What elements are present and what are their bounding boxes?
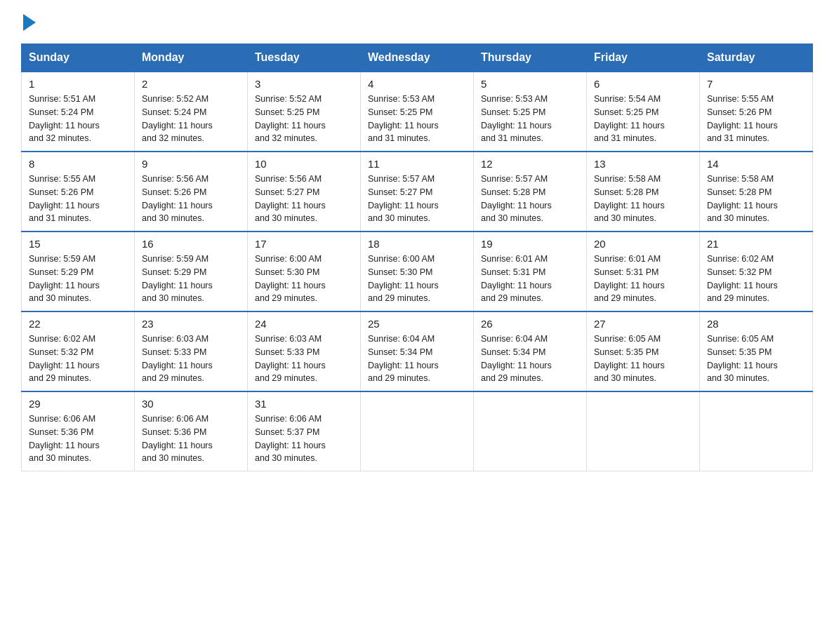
day-number: 16 <box>142 238 240 250</box>
day-number: 14 <box>707 158 805 170</box>
day-number: 26 <box>481 318 579 330</box>
day-number: 31 <box>255 398 353 410</box>
calendar-day-cell: 4 Sunrise: 5:53 AMSunset: 5:25 PMDayligh… <box>361 72 474 152</box>
day-number: 18 <box>368 238 466 250</box>
calendar-body: 1 Sunrise: 5:51 AMSunset: 5:24 PMDayligh… <box>22 72 813 471</box>
logo-triangle-icon <box>23 14 36 31</box>
calendar-day-cell: 30 Sunrise: 6:06 AMSunset: 5:36 PMDaylig… <box>135 391 248 471</box>
day-number: 24 <box>255 318 353 330</box>
day-number: 22 <box>29 318 127 330</box>
day-number: 9 <box>142 158 240 170</box>
calendar-table: SundayMondayTuesdayWednesdayThursdayFrid… <box>21 43 813 471</box>
calendar-day-cell: 17 Sunrise: 6:00 AMSunset: 5:30 PMDaylig… <box>248 232 361 311</box>
calendar-day-cell: 15 Sunrise: 5:59 AMSunset: 5:29 PMDaylig… <box>22 232 135 311</box>
calendar-day-cell: 20 Sunrise: 6:01 AMSunset: 5:31 PMDaylig… <box>587 232 700 311</box>
day-info: Sunrise: 6:04 AMSunset: 5:34 PMDaylight:… <box>368 333 466 385</box>
weekday-header-row: SundayMondayTuesdayWednesdayThursdayFrid… <box>22 44 813 72</box>
day-number: 8 <box>29 158 127 170</box>
calendar-day-cell: 11 Sunrise: 5:57 AMSunset: 5:27 PMDaylig… <box>361 152 474 232</box>
calendar-day-cell: 26 Sunrise: 6:04 AMSunset: 5:34 PMDaylig… <box>474 311 587 391</box>
calendar-day-cell: 16 Sunrise: 5:59 AMSunset: 5:29 PMDaylig… <box>135 232 248 311</box>
weekday-header-wednesday: Wednesday <box>361 44 474 72</box>
day-info: Sunrise: 5:58 AMSunset: 5:28 PMDaylight:… <box>594 173 692 225</box>
day-info: Sunrise: 6:05 AMSunset: 5:35 PMDaylight:… <box>594 333 692 385</box>
day-info: Sunrise: 6:06 AMSunset: 5:37 PMDaylight:… <box>255 412 353 465</box>
day-info: Sunrise: 5:59 AMSunset: 5:29 PMDaylight:… <box>29 253 127 305</box>
day-info: Sunrise: 5:52 AMSunset: 5:24 PMDaylight:… <box>142 93 240 145</box>
calendar-day-cell: 23 Sunrise: 6:03 AMSunset: 5:33 PMDaylig… <box>135 311 248 391</box>
weekday-header-sunday: Sunday <box>22 44 135 72</box>
calendar-day-cell: 12 Sunrise: 5:57 AMSunset: 5:28 PMDaylig… <box>474 152 587 232</box>
day-number: 1 <box>29 78 127 90</box>
day-number: 21 <box>707 238 805 250</box>
calendar-day-cell: 31 Sunrise: 6:06 AMSunset: 5:37 PMDaylig… <box>248 391 361 471</box>
day-number: 27 <box>594 318 692 330</box>
day-info: Sunrise: 5:57 AMSunset: 5:28 PMDaylight:… <box>481 173 579 225</box>
day-number: 5 <box>481 78 579 90</box>
day-info: Sunrise: 6:06 AMSunset: 5:36 PMDaylight:… <box>29 412 127 465</box>
day-info: Sunrise: 5:59 AMSunset: 5:29 PMDaylight:… <box>142 253 240 305</box>
calendar-day-cell: 19 Sunrise: 6:01 AMSunset: 5:31 PMDaylig… <box>474 232 587 311</box>
day-info: Sunrise: 5:52 AMSunset: 5:25 PMDaylight:… <box>255 93 353 145</box>
day-info: Sunrise: 5:53 AMSunset: 5:25 PMDaylight:… <box>368 93 466 145</box>
day-info: Sunrise: 5:54 AMSunset: 5:25 PMDaylight:… <box>594 93 692 145</box>
calendar-day-cell: 28 Sunrise: 6:05 AMSunset: 5:35 PMDaylig… <box>700 311 813 391</box>
day-info: Sunrise: 6:02 AMSunset: 5:32 PMDaylight:… <box>29 333 127 385</box>
calendar-day-cell: 21 Sunrise: 6:02 AMSunset: 5:32 PMDaylig… <box>700 232 813 311</box>
calendar-day-cell: 18 Sunrise: 6:00 AMSunset: 5:30 PMDaylig… <box>361 232 474 311</box>
calendar-day-cell: 9 Sunrise: 5:56 AMSunset: 5:26 PMDayligh… <box>135 152 248 232</box>
day-number: 15 <box>29 238 127 250</box>
day-info: Sunrise: 5:57 AMSunset: 5:27 PMDaylight:… <box>368 173 466 225</box>
calendar-day-cell: 1 Sunrise: 5:51 AMSunset: 5:24 PMDayligh… <box>22 72 135 152</box>
weekday-header-thursday: Thursday <box>474 44 587 72</box>
calendar-week-row: 8 Sunrise: 5:55 AMSunset: 5:26 PMDayligh… <box>22 152 813 232</box>
day-info: Sunrise: 6:01 AMSunset: 5:31 PMDaylight:… <box>481 253 579 305</box>
weekday-header-monday: Monday <box>135 44 248 72</box>
calendar-header: SundayMondayTuesdayWednesdayThursdayFrid… <box>22 44 813 72</box>
day-info: Sunrise: 6:05 AMSunset: 5:35 PMDaylight:… <box>707 333 805 385</box>
logo <box>21 14 36 31</box>
calendar-day-cell: 6 Sunrise: 5:54 AMSunset: 5:25 PMDayligh… <box>587 72 700 152</box>
day-number: 19 <box>481 238 579 250</box>
day-number: 11 <box>368 158 466 170</box>
calendar-day-cell: 2 Sunrise: 5:52 AMSunset: 5:24 PMDayligh… <box>135 72 248 152</box>
weekday-header-tuesday: Tuesday <box>248 44 361 72</box>
calendar-day-cell: 22 Sunrise: 6:02 AMSunset: 5:32 PMDaylig… <box>22 311 135 391</box>
day-info: Sunrise: 5:56 AMSunset: 5:27 PMDaylight:… <box>255 173 353 225</box>
calendar-day-cell: 14 Sunrise: 5:58 AMSunset: 5:28 PMDaylig… <box>700 152 813 232</box>
calendar-week-row: 22 Sunrise: 6:02 AMSunset: 5:32 PMDaylig… <box>22 311 813 391</box>
day-info: Sunrise: 6:04 AMSunset: 5:34 PMDaylight:… <box>481 333 579 385</box>
day-info: Sunrise: 6:02 AMSunset: 5:32 PMDaylight:… <box>707 253 805 305</box>
day-number: 10 <box>255 158 353 170</box>
calendar-day-cell: 8 Sunrise: 5:55 AMSunset: 5:26 PMDayligh… <box>22 152 135 232</box>
day-number: 4 <box>368 78 466 90</box>
calendar-day-cell: 3 Sunrise: 5:52 AMSunset: 5:25 PMDayligh… <box>248 72 361 152</box>
calendar-week-row: 29 Sunrise: 6:06 AMSunset: 5:36 PMDaylig… <box>22 391 813 471</box>
calendar-day-cell: 5 Sunrise: 5:53 AMSunset: 5:25 PMDayligh… <box>474 72 587 152</box>
day-info: Sunrise: 5:55 AMSunset: 5:26 PMDaylight:… <box>29 173 127 225</box>
weekday-header-saturday: Saturday <box>700 44 813 72</box>
day-info: Sunrise: 5:55 AMSunset: 5:26 PMDaylight:… <box>707 93 805 145</box>
day-number: 17 <box>255 238 353 250</box>
calendar-day-cell <box>474 391 587 471</box>
day-info: Sunrise: 5:51 AMSunset: 5:24 PMDaylight:… <box>29 93 127 145</box>
day-number: 12 <box>481 158 579 170</box>
day-info: Sunrise: 6:00 AMSunset: 5:30 PMDaylight:… <box>255 253 353 305</box>
day-info: Sunrise: 6:03 AMSunset: 5:33 PMDaylight:… <box>255 333 353 385</box>
day-number: 20 <box>594 238 692 250</box>
calendar-week-row: 1 Sunrise: 5:51 AMSunset: 5:24 PMDayligh… <box>22 72 813 152</box>
calendar-day-cell: 25 Sunrise: 6:04 AMSunset: 5:34 PMDaylig… <box>361 311 474 391</box>
calendar-day-cell: 29 Sunrise: 6:06 AMSunset: 5:36 PMDaylig… <box>22 391 135 471</box>
day-number: 3 <box>255 78 353 90</box>
day-number: 6 <box>594 78 692 90</box>
page-header <box>21 14 813 31</box>
day-info: Sunrise: 6:00 AMSunset: 5:30 PMDaylight:… <box>368 253 466 305</box>
calendar-day-cell: 7 Sunrise: 5:55 AMSunset: 5:26 PMDayligh… <box>700 72 813 152</box>
day-info: Sunrise: 6:01 AMSunset: 5:31 PMDaylight:… <box>594 253 692 305</box>
day-number: 25 <box>368 318 466 330</box>
calendar-day-cell <box>361 391 474 471</box>
calendar-day-cell: 13 Sunrise: 5:58 AMSunset: 5:28 PMDaylig… <box>587 152 700 232</box>
calendar-day-cell: 24 Sunrise: 6:03 AMSunset: 5:33 PMDaylig… <box>248 311 361 391</box>
calendar-day-cell: 10 Sunrise: 5:56 AMSunset: 5:27 PMDaylig… <box>248 152 361 232</box>
day-number: 29 <box>29 398 127 410</box>
